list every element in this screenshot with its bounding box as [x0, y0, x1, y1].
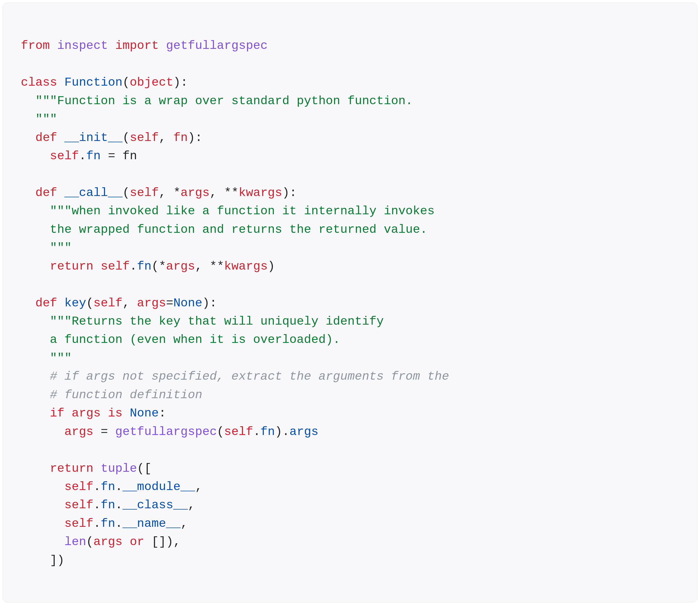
viewport: from inspect import getfullargspec class… [0, 0, 700, 605]
param-self: self [94, 296, 123, 310]
attr-fn: fn [101, 498, 115, 512]
call-getfullargspec: getfullargspec [115, 425, 217, 439]
code-line: def __call__(self, *args, **kwargs): [21, 186, 297, 200]
attr-fn: fn [101, 517, 115, 530]
arg-kwargs: kwargs [224, 260, 268, 273]
code-line: self.fn = fn [21, 149, 137, 163]
kw-or: or [130, 535, 144, 549]
kw-from: from [21, 39, 50, 52]
param-self: self [130, 186, 159, 200]
self-ref: self [50, 149, 79, 163]
kw-import: import [115, 39, 159, 52]
method-key: key [64, 296, 86, 310]
attr-fn: fn [86, 149, 101, 163]
comment-line: # if args not specified, extract the arg… [21, 370, 449, 383]
class-name-function: Function [64, 76, 123, 89]
self-ref: self [224, 425, 253, 439]
code-line: len(args or []), [21, 535, 181, 549]
code-line: return tuple([ [21, 462, 152, 475]
code-line: def key(self, args=None): [21, 296, 217, 310]
var-args: args [72, 406, 101, 420]
kw-class: class [21, 76, 57, 89]
docstring-line: """ [21, 351, 72, 365]
call-len: len [64, 535, 86, 549]
attr-fn: fn [260, 425, 275, 439]
code-line: self.fn.__class__, [21, 498, 195, 512]
attr-name: __name__ [123, 517, 181, 530]
docstring-line: """Function is a wrap over standard pyth… [21, 94, 413, 108]
attr-fn: fn [137, 260, 151, 273]
import-getfullargspec: getfullargspec [166, 39, 268, 52]
self-ref: self [101, 260, 130, 273]
rhs-fn: fn [123, 149, 137, 163]
docstring-line: """ [21, 241, 72, 255]
var-args: args [94, 535, 123, 549]
kw-return: return [50, 260, 94, 273]
self-ref: self [64, 498, 94, 512]
base-object: object [130, 76, 173, 89]
kw-return: return [50, 462, 94, 475]
docstring-line: """Returns the key that will uniquely id… [21, 315, 384, 328]
docstring-line: """when invoked like a function it inter… [21, 204, 435, 218]
docstring-line: """ [21, 112, 57, 126]
kw-is: is [108, 406, 123, 420]
method-call: __call__ [64, 186, 123, 200]
code-line: ]) [21, 554, 64, 567]
closing-brackets: ]) [50, 554, 64, 567]
method-init: __init__ [64, 131, 123, 144]
code-line: if args is None: [21, 406, 166, 420]
self-ref: self [64, 480, 94, 494]
module-inspect: inspect [57, 39, 108, 52]
code-line: return self.fn(*args, **kwargs) [21, 260, 275, 273]
kw-def: def [35, 296, 57, 310]
comment-line: # function definition [21, 388, 202, 402]
self-ref: self [64, 517, 94, 530]
param-self: self [130, 131, 159, 144]
code-line: def __init__(self, fn): [21, 131, 202, 144]
attr-module: __module__ [123, 480, 195, 494]
call-tuple: tuple [101, 462, 137, 475]
code-line: from inspect import getfullargspec [21, 39, 268, 52]
empty-list: [] [152, 535, 166, 549]
param-args: args [181, 186, 210, 200]
attr-fn: fn [101, 480, 115, 494]
param-kwargs: kwargs [239, 186, 282, 200]
docstring-line: the wrapped function and returns the ret… [21, 223, 427, 236]
code-line: self.fn.__module__, [21, 480, 202, 494]
kw-if: if [50, 406, 64, 420]
code-block: from inspect import getfullargspec class… [3, 3, 697, 602]
var-args: args [64, 425, 94, 439]
attr-class: __class__ [123, 498, 188, 512]
const-none: None [130, 406, 159, 420]
code-line: self.fn.__name__, [21, 517, 188, 530]
param-args: args [137, 296, 166, 310]
const-none: None [173, 296, 202, 310]
kw-def: def [35, 131, 57, 144]
arg-args: args [166, 260, 195, 273]
kw-def: def [35, 186, 57, 200]
code-line: args = getfullargspec(self.fn).args [21, 425, 319, 439]
code-line: class Function(object): [21, 76, 188, 89]
attr-args: args [290, 425, 319, 439]
docstring-line: a function (even when it is overloaded). [21, 333, 340, 346]
param-fn: fn [173, 131, 188, 144]
